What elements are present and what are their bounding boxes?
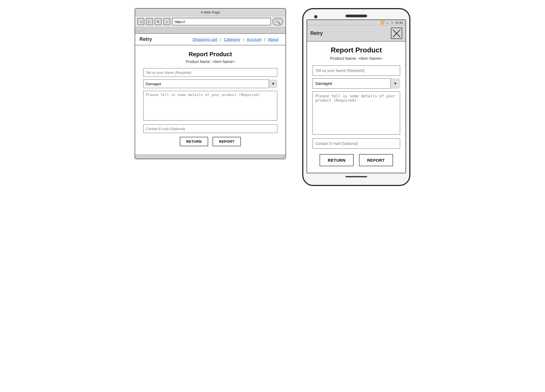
phone-screen: 📶 📡 🔋 20:40 Retry Report Product Product… (307, 19, 406, 173)
back-button[interactable]: ◁ (137, 18, 144, 25)
close-button[interactable]: ✕ (155, 18, 162, 25)
phone-issue-select[interactable]: Damaged Wrong Item Missing Parts Other (313, 78, 400, 89)
issue-select-group: Damaged Wrong Item Missing Parts Other ▼ (143, 79, 277, 88)
name-field-group (143, 68, 277, 77)
site-logo: Retry (139, 36, 152, 42)
report-button[interactable]: REPORT (212, 137, 241, 146)
details-textarea[interactable] (143, 91, 277, 121)
phone-form-page: Report Product Product Name: <Item Name>… (307, 42, 406, 173)
phone-outer: 📶 📡 🔋 20:40 Retry Report Product Product… (302, 8, 410, 186)
forward-button[interactable]: ▷ (146, 18, 153, 25)
form-title: Report Product (143, 51, 277, 58)
nav-links: Shopping cart | Category | Account | Abo… (190, 37, 281, 42)
phone-camera (314, 15, 317, 18)
phone-form-buttons: RETURN REPORT (313, 154, 400, 166)
url-bar[interactable] (172, 18, 271, 25)
phone-home-bar (345, 176, 367, 177)
phone-report-button[interactable]: REPORT (359, 154, 393, 166)
phone-form-subtitle: Product Name: <Item Name> (313, 56, 400, 61)
desktop-browser-mockup: A Web Page ◁ ▷ ✕ ⌂ 🔍 Retry Shopping cart (135, 8, 286, 159)
wifi-icon: 📶 (381, 21, 384, 24)
phone-nav: Retry (307, 25, 406, 42)
phone-nav-logo: Retry (310, 31, 323, 36)
form-subtitle: Product Name: <Item Name> (143, 59, 277, 64)
phone-details-textarea[interactable] (313, 91, 400, 135)
home-icon: ⌂ (166, 19, 168, 24)
tab-strip (135, 27, 285, 34)
return-button[interactable]: RETURN (180, 137, 208, 146)
details-field-group (143, 91, 277, 122)
forward-icon: ▷ (148, 19, 151, 24)
phone-form-title: Report Product (313, 46, 400, 54)
desktop-form-page: Report Product Product Name: <Item Name>… (135, 45, 285, 154)
issue-select[interactable]: Damaged Wrong Item Missing Parts Other (143, 79, 277, 88)
name-input[interactable] (143, 68, 277, 77)
phone-email-input[interactable] (313, 138, 400, 149)
status-time: 20:40 (395, 21, 403, 24)
browser-title: A Web Page (201, 10, 220, 14)
search-button[interactable]: 🔍 (272, 18, 283, 25)
close-icon: ✕ (157, 19, 160, 24)
signal-icon: 📡 (386, 21, 389, 24)
nav-category[interactable]: Category (221, 37, 243, 42)
browser-resize-handle: // (135, 154, 285, 159)
browser-title-bar: A Web Page (135, 9, 285, 16)
mobile-phone-mockup: 📶 📡 🔋 20:40 Retry Report Product Product… (302, 8, 410, 186)
search-icon: 🔍 (275, 19, 281, 24)
phone-status-bar: 📶 📡 🔋 20:40 (307, 20, 406, 25)
issue-select-wrapper: Damaged Wrong Item Missing Parts Other ▼ (143, 79, 277, 88)
resize-icon: // (282, 155, 284, 158)
phone-status-icons: 📶 📡 🔋 20:40 (381, 21, 403, 24)
nav-shopping-cart[interactable]: Shopping cart (190, 37, 220, 42)
browser-content: Retry Shopping cart | Category | Account… (135, 34, 285, 154)
form-buttons: RETURN REPORT (143, 137, 277, 146)
home-button[interactable]: ⌂ (163, 18, 170, 25)
phone-name-input[interactable] (313, 65, 400, 76)
phone-return-button[interactable]: RETURN (320, 154, 354, 166)
email-field-group (143, 124, 277, 133)
phone-issue-select-wrapper: Damaged Wrong Item Missing Parts Other ▼ (313, 78, 400, 89)
back-icon: ◁ (139, 19, 142, 24)
email-input[interactable] (143, 124, 277, 133)
nav-account[interactable]: Account (244, 37, 264, 42)
nav-about[interactable]: About (265, 37, 281, 42)
battery-icon: 🔋 (390, 21, 394, 24)
close-x-button[interactable] (391, 28, 402, 39)
site-nav: Retry Shopping cart | Category | Account… (135, 34, 285, 45)
phone-speaker (345, 15, 367, 17)
browser-tab[interactable] (137, 30, 144, 32)
browser-toolbar: ◁ ▷ ✕ ⌂ 🔍 (135, 16, 285, 27)
